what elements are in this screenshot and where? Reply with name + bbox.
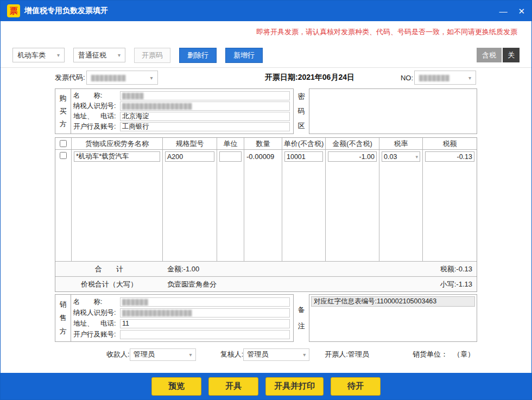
item-qty-value[interactable]: -0.00009 — [246, 151, 280, 161]
add-row-button[interactable]: 新增行 — [225, 48, 263, 63]
items-table-header: 货物或应税劳务名称 规格型号 单位 数量 单价(不含税) 金额(不含税) 税率 … — [55, 138, 477, 150]
buyer-side-label: 购 买 方 — [55, 89, 71, 134]
buyer-address-input[interactable]: 北京海淀 — [120, 112, 290, 121]
password-area-box[interactable] — [309, 88, 477, 134]
issue-button[interactable]: 开具 — [208, 377, 258, 396]
minimize-button[interactable]: — — [499, 7, 507, 15]
payee-select[interactable]: 管理员 ▾ — [130, 348, 196, 361]
chevron-down-icon: ▾ — [189, 352, 192, 358]
seller-address-value: 11 — [122, 320, 129, 327]
reviewer-value: 管理员 — [247, 350, 268, 359]
items-table: 货物或应税劳务名称 规格型号 单位 数量 单价(不含税) 金额(不含税) 税率 … — [55, 137, 477, 292]
cell-price: 10001 — [282, 150, 326, 261]
item-name-input[interactable]: *机动车*载货汽车 — [74, 151, 160, 162]
totals-label: 合 计 — [55, 264, 163, 274]
item-unit-input[interactable] — [219, 151, 242, 162]
invoice-no-label: NO: — [401, 74, 413, 82]
tax-mode-select[interactable]: 普通征税 ▾ — [73, 48, 125, 62]
item-tax-input[interactable]: -0.13 — [425, 151, 474, 162]
invoice-code-select[interactable]: ████████ ▾ — [86, 71, 158, 85]
amount-numeric-small: 小写:-1.13 — [440, 280, 477, 289]
app-logo-icon: 票 — [7, 4, 20, 17]
invoice-no-group: NO: ███████ ▾ — [401, 71, 476, 85]
cell-rate: 0.03 ▾ — [379, 150, 423, 261]
invoice-code-button[interactable]: 开票码 — [134, 48, 170, 63]
buyer-bank-value: 工商银行 — [122, 122, 149, 131]
item-amount-input[interactable]: -1.00 — [328, 151, 377, 162]
chevron-down-icon: ▾ — [144, 75, 153, 81]
seller-name-value: ██████ — [122, 299, 149, 305]
category-select[interactable]: 机动车类 ▾ — [12, 48, 65, 62]
buyer-name-label: 名 称: — [73, 91, 120, 100]
col-header-rate: 税率 — [379, 138, 423, 150]
seller-section: 销 售 方 名 称: ██████ 纳税人识别号: ██████████████… — [55, 294, 294, 342]
red-letter-info-input[interactable]: 对应红字信息表编号:1100002105003463 — [311, 296, 475, 307]
seller-bank-input[interactable] — [120, 330, 290, 339]
warning-text: 即将开具发票，请认真核对发票种类、代码、号码是否一致，如不同请更换纸质发票 — [256, 27, 517, 37]
select-all-checkbox[interactable] — [60, 140, 67, 147]
remark-label-char: 注 — [298, 321, 305, 331]
invoice-code-group: 发票代码: ████████ ▾ — [55, 71, 158, 85]
delete-row-button[interactable]: 删除行 — [179, 48, 217, 63]
buyer-address-label: 地址、 电话: — [73, 112, 120, 121]
seller-row: 销 售 方 名 称: ██████ 纳税人识别号: ██████████████… — [55, 294, 477, 342]
buyer-name-input[interactable]: █████ — [120, 91, 290, 100]
buyer-name-value: █████ — [122, 93, 144, 99]
buyer-address-value: 北京海淀 — [122, 112, 149, 121]
chevron-down-icon: ▾ — [111, 52, 121, 58]
totals-tax: 税额:-0.13 — [440, 264, 477, 274]
reviewer-select[interactable]: 管理员 ▾ — [243, 348, 309, 361]
buyer-taxno-row: 纳税人识别号: ████████████████ — [73, 101, 290, 111]
invoice-window: 票 增值税专用负数发票填开 — ✕ 即将开具发票，请认真核对发票种类、代码、号码… — [0, 0, 532, 400]
col-header-price: 单价(不含税) — [282, 138, 326, 150]
row-checkbox-cell — [55, 150, 72, 261]
tax-included-toggle[interactable]: 含税 — [477, 48, 502, 62]
chevron-down-icon: ▾ — [50, 52, 60, 58]
invoice-meta-row: 发票代码: ████████ ▾ 开票日期:2021年06月24日 NO: ██… — [1, 68, 531, 88]
seller-address-label: 地址、 电话: — [73, 319, 120, 328]
form-content: 购 买 方 名 称: █████ 纳税人识别号: ███████████████… — [55, 88, 477, 363]
seller-name-row: 名 称: ██████ — [73, 297, 290, 307]
header-checkbox-cell — [55, 138, 72, 150]
invoice-no-select[interactable]: ███████ ▾ — [414, 71, 476, 85]
col-header-amount: 金额(不含税) — [326, 138, 379, 150]
col-header-name: 货物或应税劳务名称 — [72, 138, 163, 150]
seller-address-input[interactable]: 11 — [120, 319, 290, 328]
invoice-code-value: ████████ — [91, 75, 126, 81]
tax-mode-select-value: 普通征税 — [78, 50, 106, 60]
amount-in-words-row: 价税合计（大写） 负壹圆壹角叁分 小写:-1.13 — [55, 276, 477, 291]
remark-area-label: 备 注 — [294, 294, 309, 342]
chevron-down-icon: ▾ — [303, 352, 306, 358]
tax-included-off-toggle[interactable]: 关 — [503, 48, 520, 62]
chevron-down-icon: ▾ — [415, 154, 418, 160]
buyer-section: 购 买 方 名 称: █████ 纳税人识别号: ███████████████… — [55, 88, 294, 134]
cell-unit — [217, 150, 244, 261]
col-header-spec: 规格型号 — [163, 138, 217, 150]
preview-button[interactable]: 预览 — [151, 377, 201, 396]
password-label-char: 区 — [298, 121, 305, 131]
cell-spec: A200 — [163, 150, 217, 261]
close-button[interactable]: ✕ — [518, 7, 525, 15]
cell-amount: -1.00 — [326, 150, 379, 261]
buyer-address-row: 地址、 电话: 北京海淀 — [73, 112, 290, 122]
password-label-char: 码 — [298, 106, 305, 116]
tax-rate-select[interactable]: 0.03 ▾ — [382, 151, 420, 162]
item-spec-input[interactable]: A200 — [165, 151, 214, 162]
row-checkbox[interactable] — [60, 152, 67, 159]
items-table-body: *机动车*载货汽车 A200 -0.00009 10001 -1.00 — [55, 150, 477, 261]
buyer-taxno-input[interactable]: ████████████████ — [120, 101, 290, 111]
seller-name-input[interactable]: ██████ — [120, 297, 290, 307]
remark-label-char: 备 — [298, 305, 305, 315]
buyer-bank-input[interactable]: 工商银行 — [120, 122, 290, 131]
item-price-input[interactable]: 10001 — [284, 151, 323, 162]
seller-taxno-input[interactable]: ████████████████ — [120, 308, 290, 318]
seller-side-char: 售 — [60, 313, 67, 323]
titlebar: 票 增值税专用负数发票填开 — ✕ — [1, 1, 531, 21]
invoice-date: 开票日期:2021年06月24日 — [265, 73, 354, 82]
pending-button[interactable]: 待开 — [331, 377, 381, 396]
seller-name-label: 名 称: — [73, 297, 120, 307]
cell-qty: -0.00009 — [244, 150, 282, 261]
issue-and-print-button[interactable]: 开具并打印 — [265, 377, 324, 396]
amount-in-words-label: 价税合计（大写） — [55, 280, 163, 289]
seal-placeholder: （章） — [453, 350, 474, 359]
